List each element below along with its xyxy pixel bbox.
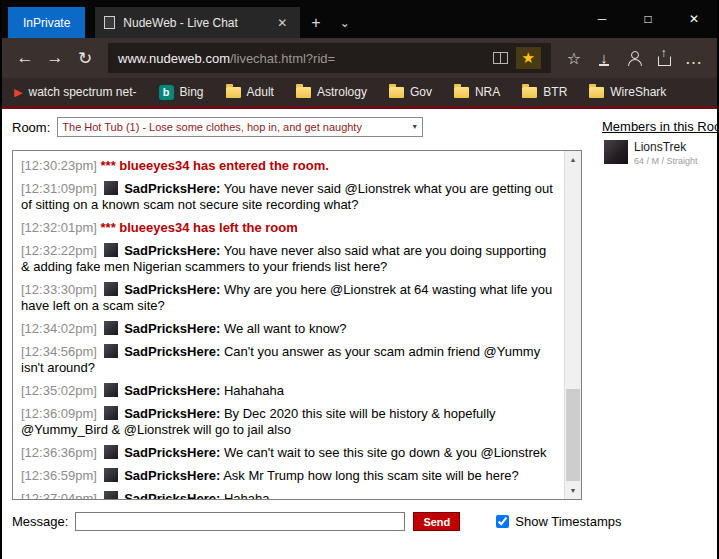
message-timestamp: [12:36:59pm] xyxy=(21,468,97,483)
favorites-bar-item[interactable]: Gov xyxy=(389,85,432,99)
user-avatar-icon xyxy=(104,468,118,482)
message-timestamp: [12:36:09pm] xyxy=(21,406,97,421)
favorites-hub-icon[interactable]: ☆ xyxy=(559,43,589,73)
close-button[interactable]: ✕ xyxy=(671,0,717,38)
browser-tab[interactable]: NudeWeb - Live Chat ✕ xyxy=(95,7,300,38)
scrollbar-thumb[interactable] xyxy=(566,389,580,481)
favorites-bar-item[interactable]: b Bing xyxy=(159,85,204,100)
chat-message: [12:34:56pm] SadPricksHere: Can't you an… xyxy=(21,344,557,376)
chat-system-message: [12:30:23pm] *** blueeyes34 has entered … xyxy=(21,158,557,174)
folder-icon xyxy=(589,87,604,98)
forward-icon[interactable]: → xyxy=(40,43,70,73)
more-options-icon[interactable]: … xyxy=(679,43,709,73)
favorite-star-button[interactable]: ★ xyxy=(516,47,541,69)
favorites-bar-items: ▶ watch spectrum net- b Bing Adult Astro… xyxy=(14,85,666,100)
favorites-bar-item[interactable]: ▶ watch spectrum net- xyxy=(14,85,137,99)
message-text: We can't wait to see this site go down &… xyxy=(224,445,547,460)
url-domain: www.nudeweb.com xyxy=(118,51,230,66)
user-avatar-icon xyxy=(104,321,118,335)
user-avatar-icon xyxy=(104,383,118,397)
message-timestamp: [12:32:01pm] xyxy=(21,220,97,235)
new-tab-button[interactable]: + xyxy=(300,7,331,38)
inprivate-badge[interactable]: InPrivate xyxy=(8,7,85,38)
room-select[interactable]: The Hot Tub (1) - Lose some clothes, hop… xyxy=(57,117,423,137)
favorite-label: watch spectrum net- xyxy=(28,85,136,99)
share-icon[interactable] xyxy=(649,43,679,73)
people-icon[interactable] xyxy=(619,43,649,73)
reading-view-icon[interactable] xyxy=(493,52,508,64)
message-timestamp: [12:35:02pm] xyxy=(21,383,97,398)
chat-message: [12:32:22pm] SadPricksHere: You have nev… xyxy=(21,243,557,275)
message-text: You have never said @Lionstrek what you … xyxy=(21,181,553,212)
message-text: Ask Mr Trump how long this scam site wil… xyxy=(223,468,519,483)
play-icon: ▶ xyxy=(14,86,22,99)
message-label: Message: xyxy=(12,514,68,529)
favorite-label: Adult xyxy=(247,85,274,99)
star-icon: ★ xyxy=(522,49,535,66)
favorite-label: Gov xyxy=(410,85,432,99)
message-timestamp: [12:34:56pm] xyxy=(21,344,97,359)
members-heading: Members in this Room xyxy=(602,119,717,134)
show-timestamps-label: Show Timestamps xyxy=(515,514,621,529)
message-timestamp: [12:33:30pm] xyxy=(21,282,97,297)
scroll-down-icon[interactable]: ▼ xyxy=(565,482,581,499)
back-icon[interactable]: ← xyxy=(10,43,40,73)
favorites-bar-item[interactable]: BTR xyxy=(522,85,567,99)
bing-icon: b xyxy=(159,85,174,100)
favorites-bar-item[interactable]: Adult xyxy=(226,85,274,99)
tab-favicon-icon xyxy=(104,16,115,29)
tab-preview-chevron-icon[interactable]: ⌄ xyxy=(332,7,358,38)
address-bar[interactable]: www.nudeweb.com /livechat.html?rid= ★ xyxy=(108,43,551,73)
message-text: Can't you answer as your scam admin frie… xyxy=(21,344,540,375)
message-author: SadPricksHere: xyxy=(124,468,220,483)
favorite-label: Astrology xyxy=(317,85,367,99)
navigation-bar: ← → ↻ www.nudeweb.com /livechat.html?rid… xyxy=(2,38,717,78)
send-button[interactable]: Send xyxy=(413,512,460,531)
downloads-icon[interactable]: ↓ xyxy=(589,43,619,73)
user-avatar-icon xyxy=(104,181,118,195)
favorite-label: NRA xyxy=(475,85,500,99)
message-text: We all want to know? xyxy=(224,321,347,336)
maximize-button[interactable]: □ xyxy=(625,0,671,38)
message-author: SadPricksHere: xyxy=(124,445,220,460)
message-timestamp: [12:32:22pm] xyxy=(21,243,97,258)
message-author: SadPricksHere: xyxy=(124,491,220,499)
tab-close-icon[interactable]: ✕ xyxy=(273,14,291,32)
favorite-label: Bing xyxy=(180,85,204,99)
chat-message: [12:31:09pm] SadPricksHere: You have nev… xyxy=(21,181,557,213)
member-list-item[interactable]: LionsTrek 64 / M / Straight xyxy=(604,140,698,166)
refresh-icon[interactable]: ↻ xyxy=(70,43,100,73)
room-label: Room: xyxy=(12,120,50,135)
chat-message: [12:36:36pm] SadPricksHere: We can't wai… xyxy=(21,445,557,461)
favorites-bar-item[interactable]: WireShark xyxy=(589,85,666,99)
member-details: 64 / M / Straight xyxy=(634,156,698,166)
message-text: You have never also said what are you do… xyxy=(21,243,546,274)
system-message-text: *** blueeyes34 has left the room xyxy=(101,220,298,235)
message-timestamp: [12:36:36pm] xyxy=(21,445,97,460)
url-path: /livechat.html?rid= xyxy=(230,51,485,66)
folder-icon xyxy=(454,87,469,98)
folder-icon xyxy=(226,87,241,98)
user-avatar-icon xyxy=(104,243,118,257)
chat-message: [12:35:02pm] SadPricksHere: Hahahaha xyxy=(21,383,557,399)
chat-message: [12:36:09pm] SadPricksHere: By Dec 2020 … xyxy=(21,406,557,438)
show-timestamps-checkbox[interactable] xyxy=(496,515,509,528)
favorites-bar-item[interactable]: Astrology xyxy=(296,85,367,99)
scroll-up-icon[interactable]: ▲ xyxy=(565,151,581,168)
member-avatar xyxy=(604,140,628,164)
minimize-button[interactable]: ─ xyxy=(579,0,625,38)
chat-messages: [12:30:23pm] *** blueeyes34 has entered … xyxy=(21,158,557,499)
message-input[interactable] xyxy=(75,512,405,531)
user-avatar-icon xyxy=(104,445,118,459)
folder-icon xyxy=(296,87,311,98)
message-author: SadPricksHere: xyxy=(124,243,220,258)
show-timestamps-control: Show Timestamps xyxy=(496,514,621,529)
message-author: SadPricksHere: xyxy=(124,181,220,196)
chat-system-message: [12:32:01pm] *** blueeyes34 has left the… xyxy=(21,220,557,236)
page-content: Room: The Hot Tub (1) - Lose some clothe… xyxy=(2,109,717,559)
favorites-bar-item[interactable]: NRA xyxy=(454,85,500,99)
chat-scrollbar[interactable]: ▲ ▼ xyxy=(564,151,581,499)
member-name: LionsTrek xyxy=(634,140,698,154)
message-author: SadPricksHere: xyxy=(124,406,220,421)
message-text: Why are you here @Lionstrek at 64 wastin… xyxy=(21,282,552,313)
